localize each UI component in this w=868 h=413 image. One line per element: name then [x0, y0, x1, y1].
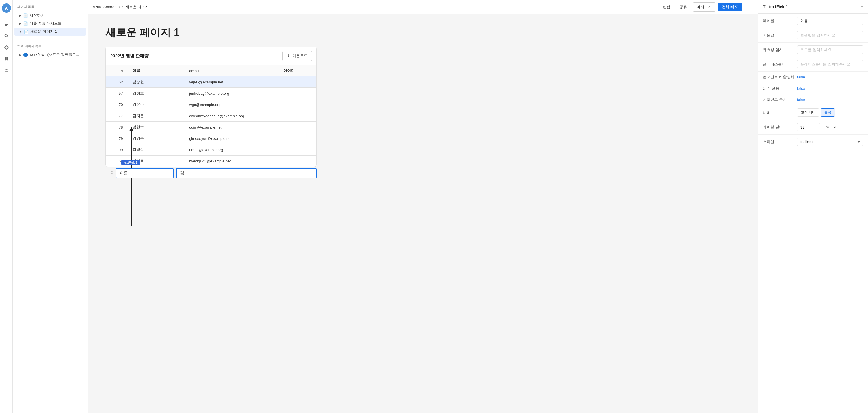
- more-button[interactable]: ···: [744, 2, 753, 11]
- cell-name: 김현숙: [128, 122, 184, 133]
- textfield-container: textField1 + ⠿: [105, 168, 317, 178]
- deploy-button[interactable]: 전체 배포: [718, 3, 742, 11]
- prop-placeholder-value: [797, 60, 863, 68]
- cell-aid: [279, 133, 316, 144]
- canvas: 새로운 페이지 1 2022년 앨범 판매량 다운로드 i: [88, 14, 758, 413]
- sidebar-item-label: 새로운 페이지 1: [30, 29, 57, 34]
- breadcrumb-page[interactable]: 새로운 페이지 1: [125, 4, 152, 9]
- sidebar-item-new-page[interactable]: ▼ 📄 새로운 페이지 1: [14, 28, 86, 36]
- sidebar-divider: [13, 39, 88, 39]
- settings-icon[interactable]: [1, 42, 11, 53]
- plugin-icon[interactable]: [1, 65, 11, 76]
- placeholder-input[interactable]: [797, 60, 863, 68]
- prop-row-disabled: 컴포넌트 비활성화 false: [758, 71, 868, 83]
- svg-rect-0: [5, 23, 8, 24]
- default-value-input[interactable]: [797, 31, 863, 39]
- cell-id: 99: [106, 144, 128, 155]
- sidebar-item-start[interactable]: ▶ 📄 시작하기: [14, 11, 86, 20]
- edit-button[interactable]: 편집: [659, 3, 674, 11]
- cell-aid: [279, 144, 316, 155]
- right-panel-header: Tt textField1 ···: [758, 0, 868, 13]
- panel-more-button[interactable]: ···: [860, 4, 863, 9]
- cell-id: 79: [106, 133, 128, 144]
- block-width-button[interactable]: 블록: [820, 108, 835, 117]
- cell-id: 70: [106, 99, 128, 110]
- sidebar-item-label: workflow1 (새로운 워크플로...: [30, 52, 79, 57]
- download-icon: [287, 54, 291, 58]
- sidebar-item-dashboard[interactable]: ▶ 📄 매출 지표 대시보드: [14, 20, 86, 28]
- prop-label-text: 유효성 검사: [763, 47, 795, 52]
- page-file-icon: 📄: [23, 22, 28, 26]
- table-header-bar: 2022년 앨범 판매량 다운로드: [106, 47, 316, 65]
- table-row[interactable]: 57 김정호 junhobag@example.org: [106, 88, 316, 99]
- table-title: 2022년 앨범 판매량: [110, 53, 149, 59]
- textfield-label-input[interactable]: [116, 168, 174, 178]
- cell-aid: [279, 110, 316, 122]
- prop-row-hidden: 컴포넌트 숨김 false: [758, 94, 868, 106]
- download-button[interactable]: 다운로드: [282, 51, 312, 61]
- label-input[interactable]: [797, 17, 863, 25]
- sidebar-arrow: ▶: [19, 53, 22, 57]
- avatar-button[interactable]: A: [1, 3, 11, 13]
- prop-label-length-value: % px: [797, 123, 863, 131]
- table-row[interactable]: 70 김은주 wgo@example.org: [106, 99, 316, 110]
- label-length-input[interactable]: [797, 123, 820, 131]
- cell-name: 김은주: [128, 99, 184, 110]
- cell-name: 김지은: [128, 110, 184, 122]
- hidden-value[interactable]: false: [797, 97, 805, 102]
- textfield-value-input[interactable]: [176, 168, 317, 178]
- download-label: 다운로드: [292, 53, 308, 59]
- breadcrumb-separator: /: [122, 5, 123, 9]
- table-row[interactable]: 79 김경수 gimseoyun@example.net: [106, 133, 316, 144]
- table-row[interactable]: 99 김병철 umun@example.org: [106, 144, 316, 155]
- data-table: id 이름 email 아이디 52 김승현 yeji95@example.ne…: [106, 65, 316, 167]
- cell-name: 김승현: [128, 77, 184, 88]
- disabled-value[interactable]: false: [797, 75, 805, 79]
- breadcrumb-project[interactable]: Azure Amaranth: [93, 5, 120, 9]
- share-button[interactable]: 공유: [676, 3, 690, 11]
- search-icon[interactable]: [1, 31, 11, 41]
- cell-aid: [279, 155, 316, 167]
- svg-point-8: [6, 70, 7, 71]
- cell-email: gweonmyeongsug@example.org: [184, 110, 279, 122]
- col-header-id: id: [106, 65, 128, 77]
- pages-icon[interactable]: [1, 19, 11, 30]
- drag-handle[interactable]: ⠿: [111, 171, 114, 175]
- cell-name: 김병철: [128, 144, 184, 155]
- table-row[interactable]: 78 김현숙 dgim@example.net: [106, 122, 316, 133]
- style-select[interactable]: outlined filled standard: [797, 138, 863, 146]
- validation-input[interactable]: [797, 46, 863, 54]
- main-area: Azure Amaranth / 새로운 페이지 1 편집 공유 미리보기 전체…: [88, 0, 758, 413]
- prop-label-text: 너비: [763, 110, 795, 115]
- readonly-value[interactable]: false: [797, 86, 805, 91]
- table-row[interactable]: 77 김지은 gweonmyeongsug@example.org: [106, 110, 316, 122]
- col-header-email: email: [184, 65, 279, 77]
- prop-validation-value: [797, 46, 863, 54]
- sidebar-item-workflow[interactable]: ▶ 🔵 workflow1 (새로운 워크플로...: [14, 51, 86, 59]
- prop-label-text: 컴포넌트 숨김: [763, 97, 795, 102]
- fixed-width-button[interactable]: 고정 너비: [797, 108, 819, 117]
- cell-email: gimseoyun@example.net: [184, 133, 279, 144]
- label-length-unit-select[interactable]: % px: [823, 123, 837, 131]
- table-row[interactable]: 52 김승현 yeji95@example.net: [106, 77, 316, 88]
- prop-width-value: 고정 너비 블록: [797, 108, 863, 117]
- cell-email: umun@example.org: [184, 144, 279, 155]
- prop-row-validation: 유효성 검사: [758, 42, 868, 57]
- prop-readonly-value: false: [797, 86, 863, 91]
- prop-disabled-value: false: [797, 75, 863, 79]
- page-file-icon: 📄: [24, 30, 28, 34]
- add-component-button[interactable]: +: [105, 171, 108, 176]
- prop-row-width: 너비 고정 너비 블록: [758, 106, 868, 120]
- database-icon[interactable]: [1, 54, 11, 64]
- prop-row-placeholder: 플레이스홀더: [758, 57, 868, 71]
- prop-style-value: outlined filled standard: [797, 138, 863, 146]
- prop-default-value: [797, 31, 863, 39]
- sidebar-arrow: ▼: [19, 30, 22, 33]
- cell-name: 김경수: [128, 133, 184, 144]
- cell-email: yeji95@example.net: [184, 77, 279, 88]
- prop-label-text: 레이블 길이: [763, 124, 795, 130]
- preview-button[interactable]: 미리보기: [693, 2, 715, 11]
- prop-label-text: 레이블: [763, 18, 795, 24]
- table-component: 2022년 앨범 판매량 다운로드 id 이름 email: [105, 47, 317, 167]
- svg-point-7: [5, 69, 8, 72]
